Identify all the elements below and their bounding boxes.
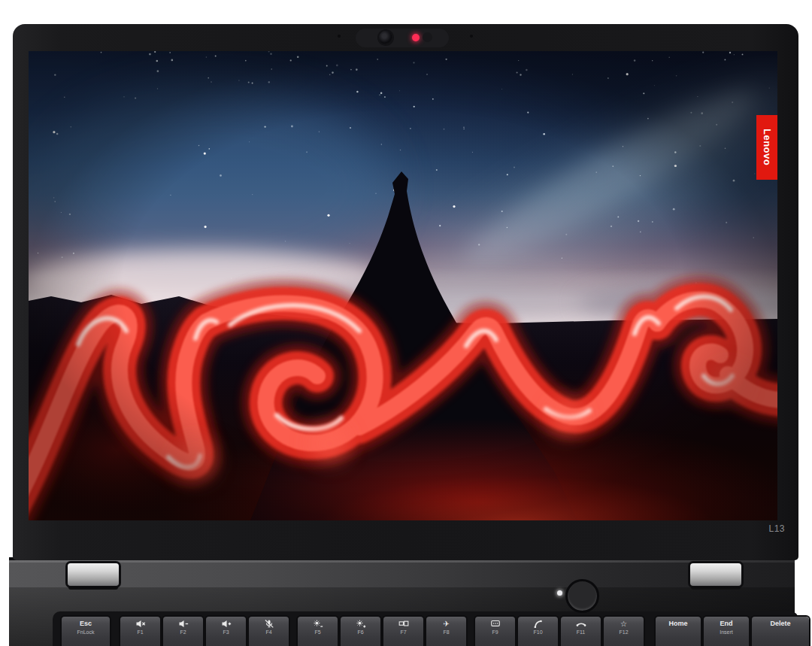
notifications-icon bbox=[490, 619, 501, 629]
key-f10: F10 bbox=[518, 617, 558, 646]
webcam-module bbox=[356, 29, 449, 47]
brightness-up-icon bbox=[356, 619, 366, 629]
favorite-star-icon: ☆ bbox=[620, 619, 627, 629]
microphone-hole bbox=[470, 35, 473, 38]
phone-hangup-icon bbox=[576, 619, 586, 629]
key-sublabel: F10 bbox=[533, 629, 542, 635]
key-label: End bbox=[720, 619, 733, 629]
power-led bbox=[557, 590, 562, 596]
key-f8: ✈F8 bbox=[426, 617, 466, 646]
key-sublabel: F3 bbox=[223, 629, 229, 635]
key-sublabel: F4 bbox=[265, 629, 271, 635]
phone-answer-icon bbox=[533, 619, 544, 629]
key-sublabel: FnLock bbox=[77, 629, 95, 635]
webcam-privacy-led bbox=[412, 34, 420, 41]
power-button bbox=[565, 579, 599, 613]
key-label: Delete bbox=[770, 619, 790, 629]
key-sublabel: F5 bbox=[314, 629, 320, 635]
key-f2: F2 bbox=[163, 617, 203, 646]
key-esc: EscFnLock bbox=[62, 617, 110, 646]
webcam-lens-icon bbox=[379, 31, 392, 44]
key-f9: F9 bbox=[475, 617, 515, 646]
key-f11: F11 bbox=[561, 617, 601, 646]
right-hinge bbox=[690, 563, 741, 586]
key-home: Home bbox=[656, 617, 701, 646]
brightness-down-icon bbox=[313, 619, 323, 629]
key-f7: F7 bbox=[383, 617, 423, 646]
speaker-mute-icon bbox=[135, 619, 146, 629]
key-f3: F3 bbox=[206, 617, 246, 646]
key-f5: F5 bbox=[298, 617, 338, 646]
wallpaper bbox=[29, 51, 777, 520]
laptop-lid: Lenovo L13 bbox=[13, 24, 798, 560]
external-display-icon bbox=[398, 619, 409, 629]
key-label: Esc bbox=[80, 619, 92, 629]
key-sublabel: F1 bbox=[137, 629, 143, 635]
key-sublabel: F6 bbox=[357, 629, 363, 635]
key-f1: F1 bbox=[120, 617, 160, 646]
key-f12: ☆F12 bbox=[604, 617, 644, 646]
key-label: Home bbox=[668, 619, 687, 629]
laptop-screen: Lenovo bbox=[29, 51, 777, 520]
volume-up-icon bbox=[221, 619, 232, 629]
webcam-ir-sensor bbox=[423, 32, 432, 42]
mic-mute-icon bbox=[264, 619, 274, 629]
key-f6: F6 bbox=[341, 617, 380, 646]
key-end: EndInsert bbox=[704, 617, 749, 646]
volume-down-icon bbox=[178, 619, 189, 629]
key-sublabel: F9 bbox=[492, 629, 498, 635]
keyboard: EscFnLockF1F2F3F4F5F6F7✈F8F9F10F11☆F12Ho… bbox=[62, 617, 812, 646]
key-sublabel: F12 bbox=[619, 629, 628, 635]
key-sublabel: F8 bbox=[443, 629, 449, 635]
key-sublabel: F7 bbox=[400, 629, 406, 635]
lenovo-logo-badge: Lenovo bbox=[756, 115, 777, 180]
key-sublabel: Insert bbox=[720, 629, 733, 635]
left-hinge bbox=[68, 563, 119, 586]
key-sublabel: F2 bbox=[180, 629, 186, 635]
lenovo-logo-text: Lenovo bbox=[762, 129, 773, 165]
key-f4: F4 bbox=[249, 617, 289, 646]
laptop-base: EscFnLockF1F2F3F4F5F6F7✈F8F9F10F11☆F12Ho… bbox=[9, 560, 795, 646]
microphone-hole bbox=[338, 35, 341, 38]
key-delete: Delete bbox=[752, 617, 809, 646]
airplane-mode-icon: ✈ bbox=[443, 619, 449, 629]
model-label: L13 bbox=[768, 523, 785, 534]
key-sublabel: F11 bbox=[577, 629, 586, 635]
product-photo: EscFnLockF1F2F3F4F5F6F7✈F8F9F10F11☆F12Ho… bbox=[0, 0, 812, 646]
